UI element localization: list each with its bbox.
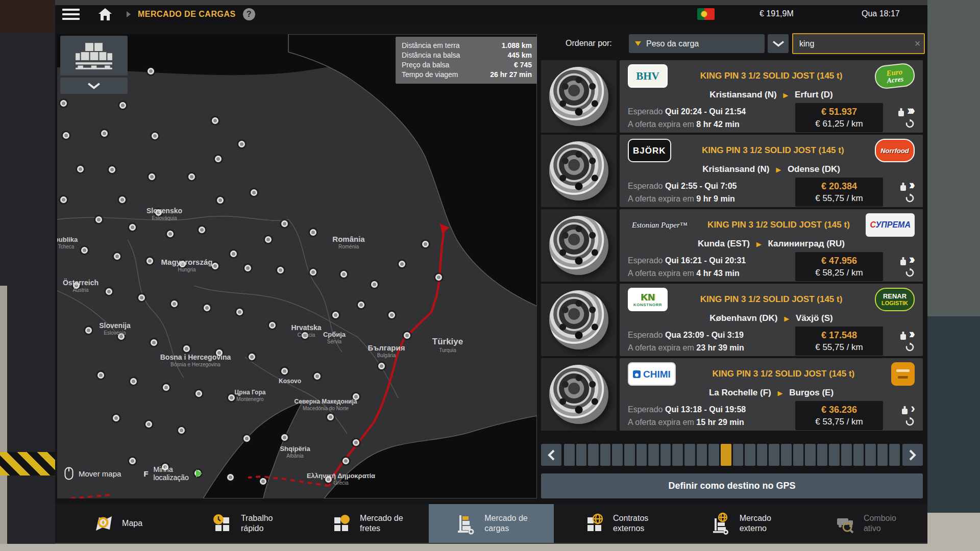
- offer-times: Esperado Qua 23:09 - Qui 3:19 A oferta e…: [628, 329, 795, 354]
- page-segment[interactable]: [889, 444, 900, 466]
- city-dot: [281, 368, 288, 374]
- urgency-chevrons: ›››: [907, 105, 915, 115]
- cargo-offer-row[interactable]: CHIMI KING PIN 3 1/2 SOLID JOST (145 t) …: [541, 358, 923, 431]
- next-page-button[interactable]: [902, 444, 923, 466]
- city-dot: [388, 312, 395, 318]
- cargo-type-collapse-button[interactable]: [60, 78, 128, 94]
- route: Kunda (EST) ▶ Калининград (RU): [628, 239, 915, 249]
- page-segment[interactable]: [733, 444, 744, 466]
- page-segment[interactable]: [817, 444, 828, 466]
- nav-comboio-ativo[interactable]: Comboioativo: [803, 504, 927, 543]
- city-dot: [358, 302, 364, 308]
- city-dot: [149, 173, 155, 180]
- city-dot: [77, 166, 84, 172]
- page-segment[interactable]: [576, 444, 587, 466]
- page-segment[interactable]: [636, 444, 647, 466]
- offer-price-per-km: € 55,75 / km: [801, 341, 877, 353]
- cargo-offer-row[interactable]: BJÖRK KING PIN 3 1/2 SOLID JOST (145 t) …: [541, 135, 923, 207]
- page-segment[interactable]: [829, 444, 840, 466]
- menu-icon[interactable]: [62, 9, 80, 20]
- page-segment[interactable]: [708, 444, 719, 466]
- country-label: SlovenskoEslováquia: [146, 207, 182, 221]
- sort-expand-button[interactable]: [768, 34, 789, 53]
- kingpin-image: [549, 290, 608, 349]
- page-segment[interactable]: [865, 444, 876, 466]
- map-canvas[interactable]: á republikablica TchecaSlovenskoEslováqu…: [57, 34, 537, 498]
- move-map-label: Mover mapa: [79, 469, 121, 478]
- home-icon[interactable]: [98, 8, 112, 21]
- sort-dropdown[interactable]: Peso da carga: [629, 34, 765, 53]
- nav-mercado-de-fretes[interactable]: Mercado defretes: [304, 504, 429, 543]
- page-segment[interactable]: [660, 444, 671, 466]
- page-segment[interactable]: [877, 444, 888, 466]
- page-segment[interactable]: [672, 444, 683, 466]
- page-segment[interactable]: [841, 444, 852, 466]
- urgency-chevrons: ›: [911, 403, 915, 413]
- page-segment[interactable]: [793, 444, 804, 466]
- city-dot: [238, 141, 245, 147]
- offer-price-per-km: € 58,25 / km: [801, 267, 877, 279]
- page-segment[interactable]: [757, 444, 768, 466]
- offer-price-per-km: € 55,75 / km: [801, 192, 877, 204]
- city-dot: [371, 281, 378, 288]
- city-dot: [163, 384, 169, 391]
- cargo-type-button[interactable]: [60, 36, 128, 76]
- route-arrow-icon: ▶: [783, 91, 788, 99]
- help-icon[interactable]: ?: [243, 8, 255, 20]
- city-dot: [435, 274, 442, 281]
- pallet-icon: [75, 42, 113, 70]
- nav-contratos-externos[interactable]: Contratosexternos: [554, 504, 678, 543]
- cargo-offer-row[interactable]: Estonian Paper™ KING PIN 3 1/2 SOLID JOS…: [541, 209, 923, 282]
- country-label: á republikablica Tcheca: [57, 236, 78, 249]
- my-location-label[interactable]: Minha localização: [154, 465, 189, 482]
- city-dot: [183, 345, 190, 352]
- kingpin-image: [549, 141, 608, 201]
- city-dot: [113, 415, 119, 421]
- page-segment[interactable]: [769, 444, 779, 466]
- city-dot: [114, 253, 120, 260]
- page-segment-active[interactable]: [721, 444, 731, 466]
- city-dot: [327, 414, 334, 420]
- page-segment[interactable]: [805, 444, 816, 466]
- page-segment[interactable]: [697, 444, 707, 466]
- offer-icons: ››: [883, 256, 915, 278]
- page-segment[interactable]: [745, 444, 755, 466]
- page-segment[interactable]: [781, 444, 792, 466]
- route-arrow-icon: ▶: [784, 315, 789, 322]
- country-flag-portugal: [697, 8, 715, 20]
- page-segment[interactable]: [648, 444, 659, 466]
- page-segment[interactable]: [588, 444, 599, 466]
- external-market-icon: [710, 512, 732, 535]
- nav-mercado-externo[interactable]: Mercadoexterno: [678, 504, 803, 543]
- country-label: БългарияBulgária: [368, 343, 405, 358]
- cargo-offer-row[interactable]: KN KONSTNORR KING PIN 3 1/2 SOLID JOST (…: [541, 284, 923, 356]
- page-segment[interactable]: [684, 444, 695, 466]
- route-info-row: Tempo de viagem 26 hr 27 min: [402, 70, 532, 80]
- kingpin-image: [549, 67, 608, 126]
- page-segment[interactable]: [564, 444, 575, 466]
- set-gps-destination-button[interactable]: Definir como destino no GPS: [541, 473, 923, 498]
- loop-icon: [905, 119, 915, 129]
- nav-mapa[interactable]: Mapa: [55, 504, 180, 543]
- city-dot: [310, 269, 316, 276]
- city-dot: [85, 327, 92, 334]
- offer-price-per-km: € 53,75 / km: [801, 416, 877, 428]
- page-segment[interactable]: [612, 444, 623, 466]
- freight-market-icon: [330, 512, 353, 535]
- page-segment[interactable]: [853, 444, 864, 466]
- nav-trabalho-rapido[interactable]: Trabalhorápido: [180, 504, 304, 543]
- offer-price: € 20.384: [801, 180, 877, 192]
- city-dot: [281, 220, 288, 227]
- search-input[interactable]: [793, 39, 911, 48]
- offer-price: € 36.236: [801, 404, 877, 416]
- weight-icon: [900, 405, 909, 415]
- prev-page-button[interactable]: [541, 444, 561, 466]
- nav-mercado-de-cargas[interactable]: Mercado decargas: [429, 504, 553, 543]
- my-location-arrow-icon: [196, 469, 202, 478]
- cargo-offer-row[interactable]: BHV KING PIN 3 1/2 SOLID JOST (145 t) Eu…: [541, 60, 923, 133]
- city-dot: [314, 373, 321, 380]
- clear-search-icon[interactable]: ×: [911, 38, 924, 49]
- city-dot: [236, 309, 243, 315]
- page-segment[interactable]: [624, 444, 635, 466]
- page-segment[interactable]: [600, 444, 611, 466]
